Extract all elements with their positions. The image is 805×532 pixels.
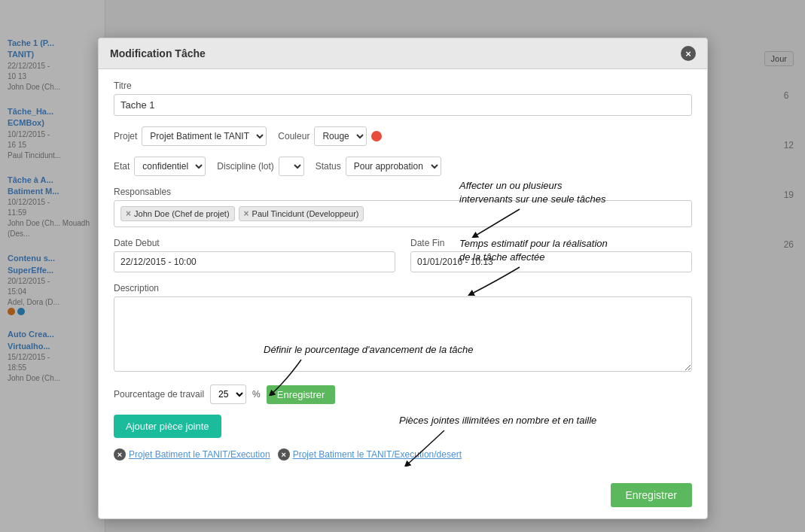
tag-remove-2[interactable]: × [244, 208, 249, 219]
tag-remove-1[interactable]: × [126, 208, 131, 219]
responsables-row: Responsables × John Doe (Chef de projet)… [114, 187, 692, 227]
date-debut-input[interactable] [114, 251, 395, 272]
discipline-group: Discipline (lot) [217, 157, 303, 176]
pourcentage-label: Pourcentage de travail [114, 389, 204, 400]
status-group: Status Pour approbation [316, 157, 441, 176]
status-label: Status [316, 161, 341, 172]
projet-label: Projet [114, 131, 137, 141]
pourcentage-select[interactable]: 25 [210, 385, 246, 404]
couleur-label: Couleur [278, 131, 309, 141]
modal-header: Modification Tâche × [99, 38, 707, 69]
titre-row: Titre [114, 81, 692, 116]
date-fin-group: Date Fin [410, 238, 692, 272]
date-fin-input[interactable] [410, 251, 692, 272]
add-attachment-row: Ajouter pièce jointe [114, 415, 692, 438]
attachment-link-2[interactable]: Projet Batiment le TANIT/Execution/deser… [293, 449, 462, 460]
description-row: Description [114, 283, 692, 374]
attachment-chip-2: × Projet Batiment le TANIT/Execution/des… [278, 448, 462, 461]
enregistrer-footer-button[interactable]: Enregistrer [611, 483, 692, 507]
pourcentage-row: Pourcentage de travail 25 % Enregistrer [114, 385, 692, 404]
tag-chip-1: × John Doe (Chef de projet) [120, 206, 235, 221]
responsables-tags[interactable]: × John Doe (Chef de projet) × Paul Tinci… [114, 200, 692, 227]
attachment-link-1[interactable]: Projet Batiment le TANIT/Execution [129, 449, 270, 460]
description-label: Description [114, 283, 692, 293]
dates-row: Date Debut Date Fin [114, 238, 692, 272]
date-debut-group: Date Debut [114, 238, 395, 272]
etat-label: Etat [114, 161, 130, 172]
modal-title: Modification Tâche [110, 47, 206, 59]
tag-name-2: Paul Tincidunt (Developpeur) [252, 209, 359, 218]
page-container: Mes tâches Tache 1 (P... TANIT) 22/12/20… [0, 0, 805, 532]
projet-group: Projet Projet Batiment le TANIT [114, 126, 267, 146]
modal-body: Titre Projet Projet Batiment le TANIT Co… [99, 69, 707, 476]
attachment-chip-1: × Projet Batiment le TANIT/Execution [114, 448, 270, 461]
date-debut-label: Date Debut [114, 238, 395, 248]
etat-group: Etat confidentiel [114, 157, 206, 176]
modal-dialog: Modification Tâche × Titre Projet Projet… [98, 38, 708, 519]
pourcentage-unit: % [252, 389, 261, 400]
color-indicator-dot [371, 131, 382, 141]
attachments-row: × Projet Batiment le TANIT/Execution × P… [114, 448, 692, 461]
projet-couleur-row: Projet Projet Batiment le TANIT Couleur … [114, 126, 692, 146]
couleur-group: Couleur Rouge [278, 126, 382, 146]
modal-footer: Enregistrer [99, 476, 707, 518]
modal-close-button[interactable]: × [681, 46, 696, 61]
add-attachment-button[interactable]: Ajouter pièce jointe [114, 415, 221, 438]
titre-label: Titre [114, 81, 692, 91]
enregistrer-inline-button[interactable]: Enregistrer [267, 385, 336, 404]
projet-select[interactable]: Projet Batiment le TANIT [142, 126, 267, 146]
tag-chip-2: × Paul Tincidunt (Developpeur) [239, 206, 364, 221]
discipline-select[interactable] [279, 157, 304, 176]
description-textarea[interactable] [114, 296, 692, 372]
date-fin-label: Date Fin [410, 238, 692, 248]
status-select[interactable]: Pour approbation [346, 157, 441, 176]
attachment-remove-1[interactable]: × [114, 448, 126, 461]
etat-discipline-status-row: Etat confidentiel Discipline (lot) Statu… [114, 157, 692, 176]
etat-select[interactable]: confidentiel [134, 157, 206, 176]
discipline-label: Discipline (lot) [217, 161, 273, 172]
attachment-remove-2[interactable]: × [278, 448, 290, 461]
couleur-select[interactable]: Rouge [314, 126, 367, 146]
responsables-label: Responsables [114, 187, 692, 197]
tag-name-1: John Doe (Chef de projet) [134, 209, 230, 218]
titre-input[interactable] [114, 94, 692, 116]
